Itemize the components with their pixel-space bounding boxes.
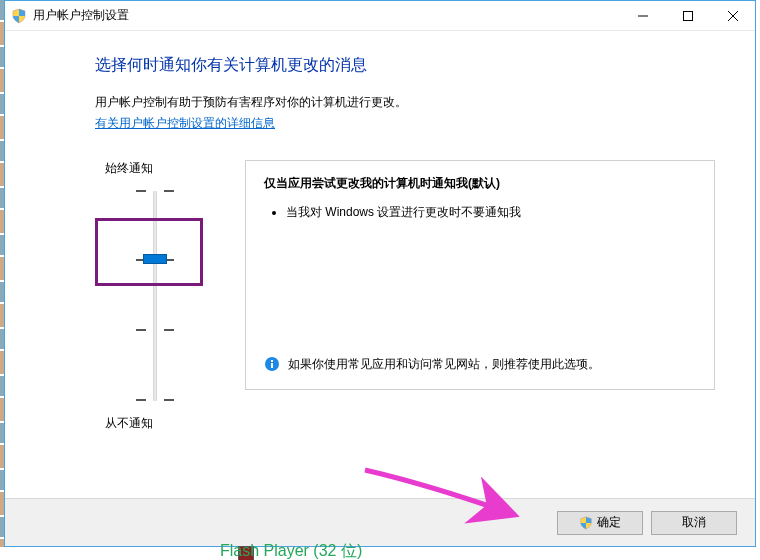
info-icon: [264, 356, 280, 372]
minimize-icon: [638, 11, 648, 21]
body-area: 始终通知 从不通知 仅当应用尝试更改我的计算机时通知我(默认) 当我对 Wind…: [95, 160, 715, 432]
slider-thumb[interactable]: [143, 254, 167, 264]
slider-bottom-label: 从不通知: [105, 415, 153, 432]
shield-icon: [11, 8, 27, 24]
ok-button-label: 确定: [597, 514, 621, 531]
description-text: 用户帐户控制有助于预防有害程序对你的计算机进行更改。: [95, 94, 715, 111]
shield-icon: [579, 516, 593, 530]
cancel-button-label: 取消: [682, 514, 706, 531]
titlebar: 用户帐户控制设置: [5, 1, 755, 31]
panel-bullets: 当我对 Windows 设置进行更改时不要通知我: [264, 204, 696, 227]
slider-top-label: 始终通知: [105, 160, 153, 177]
detail-panel: 仅当应用尝试更改我的计算机时通知我(默认) 当我对 Windows 设置进行更改…: [245, 160, 715, 390]
minimize-button[interactable]: [620, 1, 665, 30]
recommendation-row: 如果你使用常见应用和访问常见网站，则推荐使用此选项。: [264, 355, 696, 373]
panel-title: 仅当应用尝试更改我的计算机时通知我(默认): [264, 175, 696, 192]
svg-rect-6: [271, 360, 273, 362]
svg-rect-5: [271, 363, 273, 368]
page-heading: 选择何时通知你有关计算机更改的消息: [95, 55, 715, 76]
maximize-button[interactable]: [665, 1, 710, 30]
slider-tick: [136, 190, 174, 192]
close-button[interactable]: [710, 1, 755, 30]
window-controls: [620, 1, 755, 30]
close-icon: [728, 11, 738, 21]
uac-window: 用户帐户控制设置 选择何时通知你有关计算机更改的消息 用户帐户控制有助于预防有害…: [4, 0, 756, 547]
panel-bullet-item: 当我对 Windows 设置进行更改时不要通知我: [286, 204, 696, 221]
slider-tick: [136, 329, 174, 331]
footer-bar: 确定 取消: [5, 498, 755, 546]
background-app-text: Flash Player (32 位): [220, 541, 362, 560]
recommendation-text: 如果你使用常见应用和访问常见网站，则推荐使用此选项。: [288, 355, 600, 373]
svg-rect-1: [683, 11, 692, 20]
slider-column: 始终通知 从不通知: [95, 160, 215, 432]
cancel-button[interactable]: 取消: [651, 511, 737, 535]
slider-tick: [136, 399, 174, 401]
uac-slider[interactable]: [115, 191, 195, 401]
help-link[interactable]: 有关用户帐户控制设置的详细信息: [95, 116, 275, 130]
maximize-icon: [683, 11, 693, 21]
window-title: 用户帐户控制设置: [33, 7, 620, 24]
slider-track: [153, 191, 157, 401]
content-area: 选择何时通知你有关计算机更改的消息 用户帐户控制有助于预防有害程序对你的计算机进…: [5, 31, 755, 432]
ok-button[interactable]: 确定: [557, 511, 643, 535]
